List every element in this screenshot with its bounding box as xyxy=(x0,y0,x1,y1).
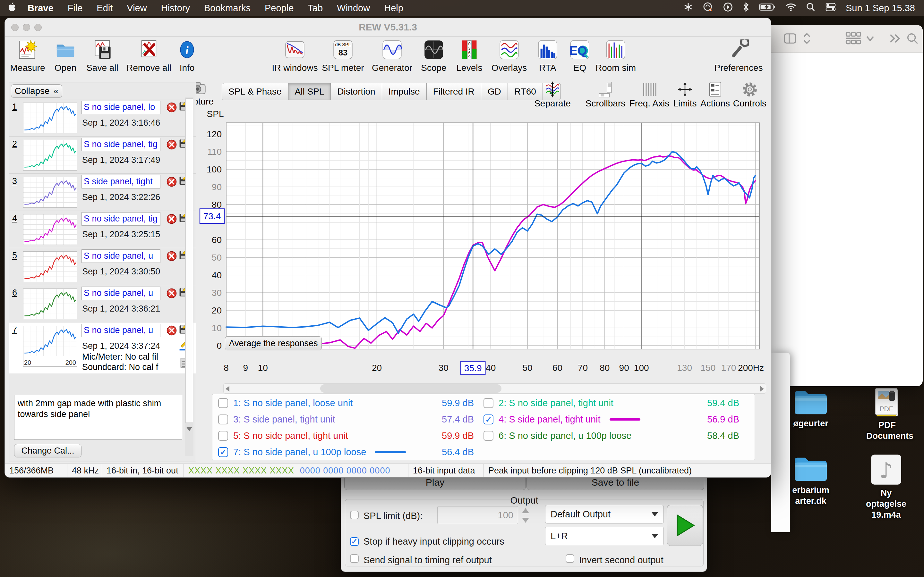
entry-thumbnail-graph[interactable] xyxy=(23,288,77,319)
legend-label[interactable]: 6: S no side panel, u 100p loose xyxy=(499,430,632,441)
info-button[interactable]: iInfo xyxy=(163,39,211,79)
legend-label[interactable]: 4: S side panel, tight unit xyxy=(499,414,601,425)
bluetooth-icon[interactable] xyxy=(742,2,750,15)
spl-limit-field[interactable]: 100 xyxy=(437,506,518,524)
menu-clock[interactable]: Sun 1 Sep 15.38 xyxy=(846,3,915,13)
entry-name-field[interactable]: S no side panel, tig xyxy=(81,212,160,226)
legend-label[interactable]: 3: S side panel, tight unit xyxy=(233,414,335,425)
invert-output-checkbox[interactable] xyxy=(565,554,574,565)
measurement-entry-2[interactable]: 2 S no side panel, tig Sep 1, 2024 3:17:… xyxy=(9,136,196,173)
collapse-button[interactable]: Collapse« xyxy=(11,84,62,98)
finder-columns-icon[interactable] xyxy=(783,32,798,46)
measurement-notes-field[interactable]: with 2mm gap made with plastic shim towa… xyxy=(14,395,182,440)
entry-name-field[interactable]: S no side panel, lo xyxy=(81,101,160,114)
measurement-entry-1[interactable]: 1 S no side panel, lo Sep 1, 2024 3:16:4… xyxy=(9,99,196,136)
finder-more-chevrons-icon[interactable] xyxy=(887,33,902,45)
entry-name-field[interactable]: S no side panel, u xyxy=(81,250,160,263)
entry-thumbnail-graph[interactable] xyxy=(23,140,77,171)
legend-checkbox-7[interactable]: ✓ xyxy=(218,447,228,457)
menu-view[interactable]: View xyxy=(120,3,153,13)
timing-ref-checkbox[interactable] xyxy=(350,554,359,565)
chart-scrollbar[interactable] xyxy=(223,384,766,394)
zoom-window-button[interactable] xyxy=(34,24,42,31)
measurement-entry-6[interactable]: 6 S no side panel, u Sep 1, 2024 3:36:21 xyxy=(9,285,196,322)
entry-delete-icon[interactable] xyxy=(166,176,177,189)
menu-help[interactable]: Help xyxy=(377,3,410,13)
spotlight-search-icon[interactable] xyxy=(806,2,816,14)
entry-thumbnail-graph[interactable] xyxy=(23,177,77,208)
preferences-button[interactable]: Preferences xyxy=(714,39,762,79)
chart-scrollbar-thumb[interactable] xyxy=(320,384,501,393)
generator-button[interactable]: Generator xyxy=(368,39,416,79)
snowflake-icon[interactable] xyxy=(683,2,693,14)
room-sim-button[interactable]: Room sim xyxy=(591,39,640,79)
legend-label[interactable]: 2: S no side panel, tight unit xyxy=(499,398,614,408)
creative-cloud-warning-icon[interactable]: ! xyxy=(703,2,714,15)
control-center-icon[interactable] xyxy=(825,2,836,14)
entry-delete-icon[interactable] xyxy=(166,213,177,227)
entry-delete-icon[interactable] xyxy=(166,325,177,338)
chart-scroll-left-icon[interactable] xyxy=(226,386,229,392)
entry-delete-icon[interactable] xyxy=(166,251,177,264)
stop-clipping-checkbox[interactable]: ✓ xyxy=(350,536,359,546)
finder-search-icon[interactable] xyxy=(906,32,919,46)
measurement-entry-3[interactable]: 3 S side panel, tight Sep 1, 2024 3:22:2… xyxy=(9,173,196,211)
entry-thumbnail-graph[interactable]: 20200 xyxy=(23,326,77,367)
menu-bookmarks[interactable]: Bookmarks xyxy=(197,3,258,13)
legend-checkbox-2[interactable] xyxy=(483,398,493,408)
desktop-icon-ny-optagelse-19-m4a[interactable]: ♪ Ny optagelse19.m4a xyxy=(865,453,907,520)
legend-checkbox-5[interactable] xyxy=(218,431,228,441)
menu-window[interactable]: Window xyxy=(330,3,377,13)
legend-checkbox-1[interactable] xyxy=(218,398,228,408)
entry-name-field[interactable]: S no side panel, tig xyxy=(81,138,160,151)
start-measurement-button[interactable] xyxy=(667,505,703,546)
legend-checkbox-3[interactable] xyxy=(218,414,228,424)
measurement-entry-4[interactable]: 4 S no side panel, tig Sep 1, 2024 3:25:… xyxy=(9,211,196,248)
channel-select[interactable]: L+R xyxy=(545,527,664,545)
desktop-icon-pdf-documents[interactable]: PDF PDF Documents xyxy=(866,386,908,442)
apple-icon[interactable] xyxy=(8,2,16,15)
entry-thumbnail-graph[interactable] xyxy=(23,251,77,282)
change-cal-button[interactable]: Change Cal... xyxy=(14,444,81,458)
legend-label[interactable]: 1: S no side panel, loose unit xyxy=(233,398,352,408)
average-responses-button[interactable]: Average the responses xyxy=(225,336,322,350)
measurement-entry-5[interactable]: 5 S no side panel, u Sep 1, 2024 3:30:50 xyxy=(9,248,196,285)
legend-label[interactable]: 7: S no side panel, u 100p loose xyxy=(233,447,366,458)
finder-sort-chevrons-icon[interactable] xyxy=(802,31,812,47)
desktop-icon-erbarium-arter-dk[interactable]: erbariumarter.dk xyxy=(790,455,832,506)
output-device-select[interactable]: Default Output xyxy=(545,505,664,524)
menu-file[interactable]: File xyxy=(61,3,90,13)
sidebar-scrollbar[interactable] xyxy=(185,97,194,456)
entry-name-field[interactable]: S no side panel, u xyxy=(81,324,160,337)
menu-edit[interactable]: Edit xyxy=(89,3,120,13)
chart-scroll-right-icon[interactable] xyxy=(760,386,764,392)
menu-tab[interactable]: Tab xyxy=(300,3,330,13)
menu-history[interactable]: History xyxy=(154,3,197,13)
legend-checkbox-6[interactable] xyxy=(483,431,493,441)
spl-meter-button[interactable]: dB SPL83SPL meter xyxy=(319,39,367,79)
close-window-button[interactable] xyxy=(11,24,19,31)
measurement-entry-7[interactable]: 7 20200 S no side panel, u Sep 1, 2024 3… xyxy=(9,322,196,374)
spl-limit-checkbox[interactable] xyxy=(350,511,359,522)
entry-delete-icon[interactable] xyxy=(166,139,177,152)
wifi-icon[interactable] xyxy=(785,3,796,14)
finder-grid-view-icon[interactable] xyxy=(845,31,862,47)
spl-limit-stepper[interactable] xyxy=(520,507,531,526)
sidebar-scrollbar-thumb[interactable] xyxy=(186,98,193,423)
entry-delete-icon[interactable] xyxy=(166,102,177,115)
desktop-icon--geurter[interactable]: øgeurter xyxy=(790,388,832,429)
title-bar[interactable]: REW V5.31.3 xyxy=(5,18,771,37)
legend-label[interactable]: 5: S no side panel, tight unit xyxy=(233,430,348,441)
ir-windows-button[interactable]: IR windows xyxy=(271,39,319,79)
chevron-down-icon[interactable] xyxy=(865,35,875,44)
menu-brave[interactable]: Brave xyxy=(21,3,61,13)
save-all-button[interactable]: Save all xyxy=(78,39,126,79)
play-circle-icon[interactable] xyxy=(723,2,733,14)
minimize-window-button[interactable] xyxy=(23,24,30,31)
entry-delete-icon[interactable] xyxy=(166,288,177,301)
sidebar-scroll-down-icon[interactable] xyxy=(186,427,192,431)
entry-thumbnail-graph[interactable] xyxy=(23,214,77,245)
battery-icon[interactable] xyxy=(759,3,776,14)
menu-people[interactable]: People xyxy=(258,3,300,13)
entry-name-field[interactable]: S side panel, tight xyxy=(81,175,160,189)
